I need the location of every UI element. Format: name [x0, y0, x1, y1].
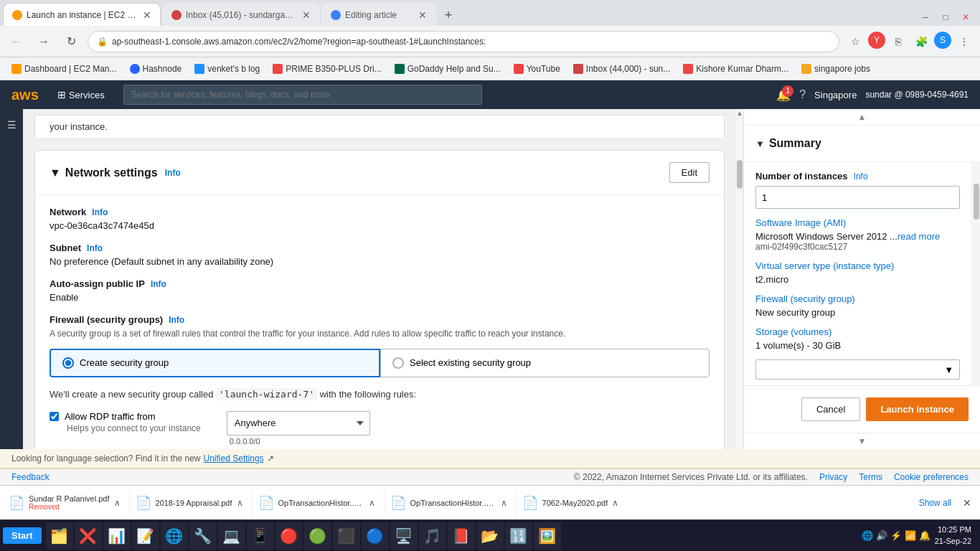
tab-3[interactable]: Editing article ✕ [321, 3, 436, 26]
ami-label[interactable]: Software Image (AMI) [755, 217, 960, 228]
account-menu[interactable]: sundar @ 0989-0459-4691 [865, 90, 969, 100]
profile-s-icon[interactable]: S [934, 32, 951, 49]
summary-scroll-up[interactable]: ▲ [744, 109, 980, 126]
download-chevron-3[interactable]: ∧ [369, 498, 375, 508]
menu-button[interactable]: ⋮ [954, 32, 974, 52]
create-security-group-option[interactable]: Create security group [50, 349, 380, 377]
taskbar-file-explorer[interactable]: 🗂️ [46, 522, 73, 550]
subnet-info-link[interactable]: Info [87, 243, 103, 253]
start-button[interactable]: Start [3, 527, 42, 544]
taskbar-excel[interactable]: 📊 [103, 522, 131, 550]
storage-dropdown[interactable]: ▼ [755, 359, 960, 380]
taskbar-files[interactable]: 📂 [476, 522, 504, 550]
collapse-arrow-icon[interactable]: ▼ [50, 166, 61, 179]
summary-scrollbar[interactable] [971, 162, 980, 385]
download-chevron-5[interactable]: ∧ [612, 498, 618, 508]
download-chevron-1[interactable]: ∧ [114, 498, 121, 508]
taskbar-app-6[interactable]: 🔧 [189, 522, 217, 550]
bookmark-kishore[interactable]: Kishore Kumar Dharm... [677, 62, 794, 76]
rdp-checkbox[interactable] [50, 412, 59, 421]
bookmark-hashnode[interactable]: Hashnode [124, 62, 188, 76]
notification-bell[interactable]: 🔔 1 [776, 88, 791, 102]
bookmark-icon[interactable]: ☆ [845, 32, 865, 52]
select-sg-radio[interactable] [392, 357, 404, 369]
instances-info-link[interactable]: Info [854, 171, 868, 182]
network-info-link[interactable]: Info [92, 207, 108, 217]
tab-2-close[interactable]: ✕ [302, 9, 311, 21]
minimize-button[interactable]: ─ [917, 9, 934, 26]
taskbar-vscode[interactable]: 💻 [218, 522, 245, 550]
auto-assign-info-link[interactable]: Info [151, 279, 166, 289]
taskbar-app-8[interactable]: 📱 [247, 522, 274, 550]
bookmark-godaddy[interactable]: GoDaddy Help and Su... [389, 62, 507, 76]
bookmark-youtube[interactable]: YouTube [508, 62, 566, 76]
cancel-button[interactable]: Cancel [801, 397, 860, 421]
download-chevron-4[interactable]: ∧ [501, 498, 507, 508]
reload-button[interactable]: ↻ [60, 31, 82, 52]
maximize-button[interactable]: □ [937, 9, 954, 26]
taskbar-app-2[interactable]: ❌ [75, 522, 102, 550]
url-bar[interactable]: 🔒 ap-southeast-1.console.aws.amazon.com/… [88, 31, 839, 52]
main-scrollbar[interactable]: ▲ [736, 109, 743, 449]
taskbar-vm[interactable]: 🖥️ [390, 522, 418, 550]
cast-icon[interactable]: ⎘ [888, 32, 908, 52]
unified-settings-link[interactable]: Unified Settings [204, 453, 264, 463]
aws-search-input[interactable] [123, 85, 482, 105]
taskbar-word[interactable]: 📝 [132, 522, 159, 550]
taskbar-calculator[interactable]: 🔢 [505, 522, 532, 550]
network-settings-info-link[interactable]: Info [165, 168, 181, 178]
taskbar-git[interactable]: 🔴 [275, 522, 303, 550]
bookmark-dashboard[interactable]: Dashboard | EC2 Man... [6, 62, 123, 76]
region-selector[interactable]: Singapore [814, 90, 857, 100]
firewall-info-link[interactable]: Info [169, 315, 184, 325]
bookmark-venket[interactable]: venket's b log [189, 62, 265, 76]
tab-3-close[interactable]: ✕ [418, 9, 427, 21]
summary-firewall-label[interactable]: Firewall (security group) [755, 293, 960, 304]
select-security-group-option[interactable]: Select existing security group [380, 349, 710, 377]
summary-scroll-thumb[interactable] [974, 184, 979, 220]
profile-icon[interactable]: Y [868, 32, 885, 49]
taskbar-photos[interactable]: 🖼️ [534, 522, 561, 550]
rdp-checkbox-label[interactable]: Allow RDP traffic from [50, 411, 201, 422]
show-all-downloads[interactable]: Show all [919, 498, 951, 508]
scroll-up-arrow[interactable]: ▲ [736, 109, 743, 117]
nav-menu-icon[interactable]: ☰ [1, 115, 22, 135]
taskbar-acrobat[interactable]: 📕 [448, 522, 475, 550]
download-chevron-2[interactable]: ∧ [237, 498, 243, 508]
back-button[interactable]: ← [6, 31, 27, 52]
summary-scroll-down[interactable]: ▼ [744, 433, 980, 449]
storage-label[interactable]: Storage (volumes) [755, 326, 960, 337]
aws-services-menu[interactable]: ⊞ Services [50, 85, 112, 105]
taskbar-terminal[interactable]: ⬛ [333, 522, 360, 550]
taskbar-app-12[interactable]: 🔵 [362, 522, 389, 550]
taskbar-chrome[interactable]: 🌐 [161, 522, 188, 550]
rdp-source-dropdown[interactable]: Anywhere Custom My IP [227, 411, 370, 435]
close-button[interactable]: ✕ [957, 9, 974, 26]
summary-collapse-icon[interactable]: ▼ [755, 138, 765, 149]
taskbar-app-10[interactable]: 🟢 [304, 522, 331, 550]
clock[interactable]: 10:25 PM 21-Sep-22 [935, 524, 971, 547]
cookie-preferences-link[interactable]: Cookie preferences [894, 472, 969, 482]
forward-button[interactable]: → [33, 31, 55, 52]
feedback-link[interactable]: Feedback [11, 472, 50, 482]
scroll-thumb[interactable] [737, 160, 743, 189]
network-settings-edit-button[interactable]: Edit [669, 162, 710, 183]
ami-read-more[interactable]: read more [897, 231, 940, 242]
bookmark-inbox[interactable]: Inbox (44,000) - sun... [567, 62, 676, 76]
bookmark-singapore[interactable]: singapore jobs [796, 62, 876, 76]
tab-1-close[interactable]: ✕ [143, 9, 151, 21]
new-tab-button[interactable]: + [438, 4, 459, 26]
instance-type-label[interactable]: Virtual server type (instance type) [755, 260, 960, 271]
instances-input[interactable] [755, 186, 960, 209]
create-sg-radio[interactable] [62, 357, 74, 369]
privacy-link[interactable]: Privacy [819, 472, 847, 482]
tab-1[interactable]: Launch an instance | EC2 Manage... ✕ [3, 3, 161, 26]
taskbar-vlc[interactable]: 🎵 [419, 522, 446, 550]
close-download-bar[interactable]: ✕ [963, 497, 971, 509]
launch-instance-button[interactable]: Launch instance [866, 397, 969, 421]
terms-link[interactable]: Terms [859, 472, 882, 482]
help-icon[interactable]: ? [799, 88, 806, 101]
tab-2[interactable]: Inbox (45,016) - sundargac@gmail... ✕ [162, 3, 320, 26]
extension-icon[interactable]: 🧩 [911, 32, 931, 52]
bookmark-prime[interactable]: PRIME B350-PLUS Dri... [267, 62, 387, 76]
